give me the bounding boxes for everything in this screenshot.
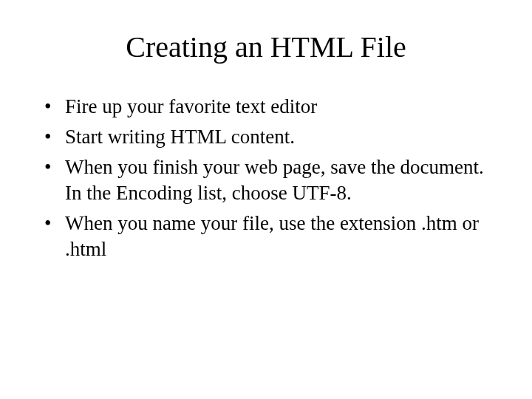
list-item: Start writing HTML content. [44, 124, 502, 150]
slide-title: Creating an HTML File [30, 30, 502, 64]
list-item: When you name your file, use the extensi… [44, 211, 502, 262]
list-item: When you finish your web page, save the … [44, 154, 502, 206]
list-item: Fire up your favorite text editor [44, 94, 502, 120]
bullet-list: Fire up your favorite text editor Start … [30, 94, 502, 263]
